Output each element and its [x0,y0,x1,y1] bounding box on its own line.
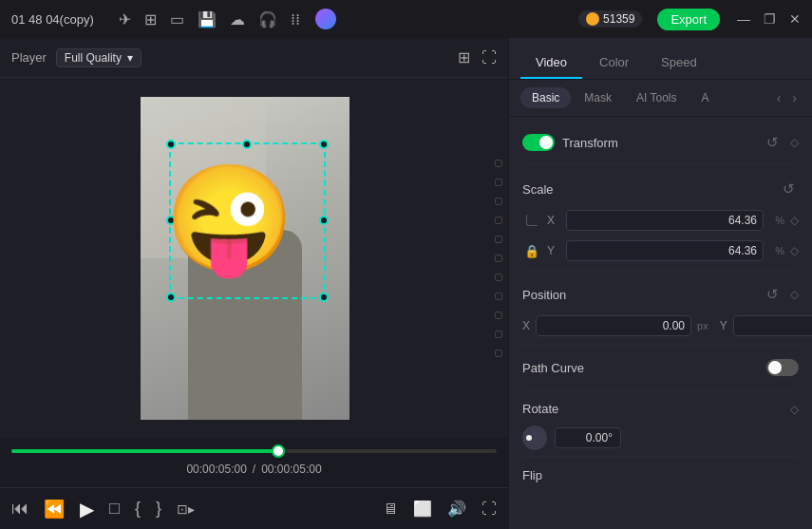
rotate-label: Rotate [522,402,783,416]
rewind-button[interactable]: ⏮ [11,499,28,519]
headphones-icon[interactable]: 🎧 [258,10,277,28]
main-tabs: Video Color Speed [509,38,812,80]
transform-reset-icon[interactable]: ↺ [762,132,783,153]
timeline: 00:00:05:00 / 00:00:05:00 [0,438,508,487]
mark-out-button[interactable]: } [156,499,161,519]
sub-tabs: Basic Mask AI Tools A ‹ › [509,80,812,117]
toolbar-icons: ✈ ⊞ ▭ 💾 ☁ 🎧 ⁞⁞ [119,10,300,28]
scale-x-keyframe-icon[interactable]: ◇ [790,214,799,227]
rotate-dot [526,435,532,441]
main-area: Player Full Quality ▾ ⊞ ⛶ [0,38,812,529]
dot-5 [495,236,502,243]
total-time: 00:00:05:00 [261,463,321,476]
position-label: Position [522,288,566,302]
time-separator: / [253,463,255,476]
transform-toggle[interactable] [522,134,555,151]
dot-10 [495,331,502,338]
dot-4 [495,217,502,224]
play-button[interactable]: ▶ [80,498,94,520]
scale-x-label: X [547,214,560,227]
progress-thumb[interactable] [272,444,285,458]
coin-badge: 51359 [578,10,642,28]
minimize-button[interactable]: — [737,11,750,27]
fullscreen-icon[interactable]: ⛶ [482,501,497,518]
split-button[interactable]: ⊡▸ [177,501,195,517]
maximize-button[interactable]: ❐ [764,11,776,27]
divider-1 [522,164,799,165]
step-back-button[interactable]: ⏪ [44,499,65,520]
scale-lock-icon[interactable]: 🔒 [524,244,539,258]
preview-wrapper: 😜 [0,78,508,438]
position-reset-icon[interactable]: ↺ [762,284,783,305]
playback-controls: ⏮ ⏪ ▶ □ { } ⊡▸ 🖥 ⬜ 🔊 ⛶ [0,487,508,529]
transform-keyframe-icon[interactable]: ◇ [790,136,799,149]
export-button[interactable]: Export [657,9,720,30]
grid-icon[interactable]: ⊞ [144,10,157,28]
rotate-value-input[interactable] [555,427,621,448]
position-x-input[interactable] [536,315,691,336]
tab-video[interactable]: Video [520,47,582,79]
sub-tab-nav: ‹ › [773,88,801,107]
coin-icon [586,12,599,26]
cloud-icon[interactable]: ☁ [230,10,245,28]
dot-1 [495,160,502,167]
position-keyframe-icon[interactable]: ◇ [790,288,799,301]
mark-in-button[interactable]: { [135,499,141,519]
stop-button[interactable]: □ [109,499,120,519]
dots-column [489,78,508,438]
flip-label: Flip [522,468,542,482]
scale-x-row: X % ◇ [522,207,799,234]
scale-y-keyframe-icon[interactable]: ◇ [790,244,799,257]
path-curve-toggle[interactable] [766,359,799,376]
progress-bar[interactable] [11,449,497,453]
save-icon[interactable]: 💾 [198,10,217,28]
monitor-icon[interactable]: ▭ [170,10,184,28]
sub-tab-mask[interactable]: Mask [573,87,623,108]
divider-5 [522,456,799,457]
dot-3 [495,198,502,205]
titlebar: 01 48 04(copy) ✈ ⊞ ▭ 💾 ☁ 🎧 ⁞⁞ 51359 Expo… [0,0,812,38]
quality-label: Full Quality [65,51,122,65]
position-xy-row: X px Y px [522,312,799,339]
scale-x-input[interactable] [566,210,764,231]
sub-tab-basic[interactable]: Basic [520,87,571,108]
send-icon[interactable]: ✈ [119,10,131,28]
position-y-label: Y [720,319,727,332]
grid-view-icon[interactable]: ⊞ [458,48,470,66]
scale-reset-icon[interactable]: ↺ [778,179,799,199]
avatar-icon [315,9,336,29]
tab-color[interactable]: Color [584,47,644,79]
apps-icon[interactable]: ⁞⁞ [291,10,300,28]
scale-y-row: 🔒 Y % ◇ [522,237,799,264]
image-view-icon[interactable]: ⛶ [482,49,497,66]
current-time: 00:00:05:00 [186,463,246,476]
coin-count: 51359 [603,12,634,26]
nav-arrow-left[interactable]: ‹ [773,88,785,107]
close-button[interactable]: ✕ [789,11,801,27]
rotate-knob[interactable] [522,425,547,450]
toolbar-right-icons: ⊞ ⛶ [458,48,497,66]
screenshot-icon[interactable]: ⬜ [413,500,432,518]
volume-icon[interactable]: 🔊 [447,500,466,518]
position-x-label: X [522,319,530,332]
flip-row: Flip [522,463,799,488]
nav-arrow-right[interactable]: › [788,88,801,107]
screen-icon[interactable]: 🖥 [383,501,398,518]
rotate-keyframe-icon[interactable]: ◇ [790,403,799,416]
scale-y-input[interactable] [566,240,764,261]
tab-speed[interactable]: Speed [646,47,712,79]
progress-fill [11,449,278,453]
path-curve-toggle-knob [768,361,782,374]
sub-tab-a[interactable]: A [689,87,720,108]
sub-tab-ai-tools[interactable]: AI Tools [625,87,688,108]
transform-label: Transform [562,136,754,150]
scale-section: Scale ↺ [522,171,799,203]
window-controls: — ❐ ✕ [737,11,801,27]
preview-area: 😜 [0,78,489,438]
position-y-input[interactable] [733,315,812,336]
time-display: 00:00:05:00 / 00:00:05:00 [11,463,497,476]
properties-panel: Transform ↺ ◇ Scale ↺ X % ◇ [509,117,812,529]
quality-select[interactable]: Full Quality ▾ [56,48,142,67]
dot-8 [495,293,502,300]
player-toolbar: Player Full Quality ▾ ⊞ ⛶ [0,38,508,78]
